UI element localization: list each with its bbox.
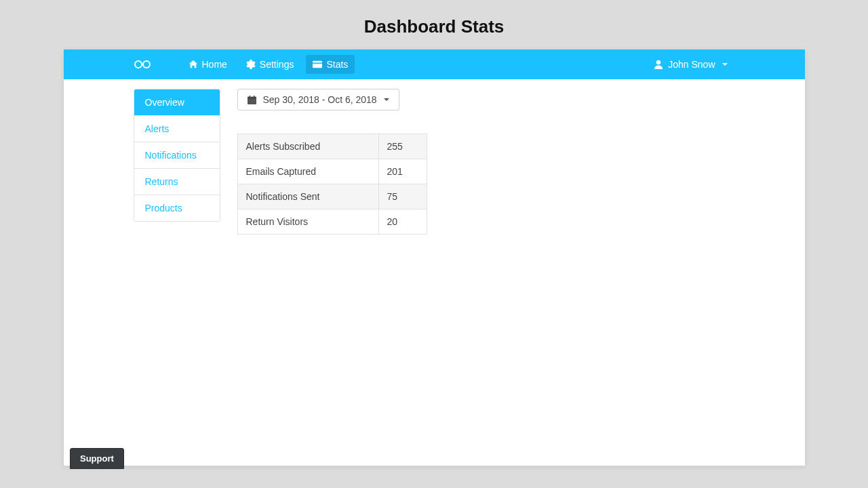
svg-rect-6	[248, 96, 256, 98]
svg-point-0	[135, 61, 142, 68]
nav-links: Home Settings Stats	[182, 55, 355, 74]
nav-home-label: Home	[202, 59, 227, 70]
sidebar-item-label: Returns	[145, 176, 178, 187]
sidebar-item-label: Notifications	[145, 150, 197, 161]
home-icon	[189, 60, 198, 69]
table-row: Emails Captured 201	[237, 159, 427, 184]
date-range-picker[interactable]: Sep 30, 2018 - Oct 6, 2018	[237, 89, 399, 110]
user-icon	[654, 60, 663, 69]
stats-table: Alerts Subscribed 255 Emails Captured 20…	[237, 134, 427, 235]
stat-label: Alerts Subscribed	[237, 134, 378, 159]
nav-stats[interactable]: Stats	[306, 55, 355, 74]
chevron-down-icon	[722, 63, 728, 66]
svg-rect-7	[249, 96, 250, 98]
support-button[interactable]: Support	[70, 448, 124, 469]
navbar: Home Settings Stats John	[64, 49, 805, 79]
user-name: John Snow	[668, 59, 715, 70]
nav-stats-label: Stats	[326, 59, 348, 70]
user-menu[interactable]: John Snow	[648, 55, 734, 74]
table-row: Notifications Sent 75	[237, 184, 427, 209]
content-area: Overview Alerts Notifications Returns Pr…	[64, 79, 805, 466]
gear-icon	[246, 60, 256, 69]
stat-label: Notifications Sent	[237, 184, 378, 209]
main-panel: Sep 30, 2018 - Oct 6, 2018 Alerts Subscr…	[220, 89, 427, 466]
stat-value: 75	[378, 184, 427, 209]
card-icon	[313, 60, 322, 68]
svg-rect-8	[253, 96, 254, 98]
sidebar-item-overview[interactable]: Overview	[134, 89, 220, 116]
nav-settings-label: Settings	[260, 59, 294, 70]
stat-label: Emails Captured	[237, 159, 378, 184]
sidebar-item-label: Products	[145, 203, 182, 214]
sidebar-item-alerts[interactable]: Alerts	[134, 116, 220, 142]
glasses-icon	[134, 60, 151, 69]
sidebar-item-returns[interactable]: Returns	[134, 169, 220, 195]
stat-value: 20	[378, 209, 427, 235]
table-row: Alerts Subscribed 255	[237, 134, 427, 159]
sidebar-item-label: Alerts	[145, 123, 170, 134]
table-row: Return Visitors 20	[237, 209, 427, 235]
page-title: Dashboard Stats	[0, 0, 868, 49]
stat-value: 201	[378, 159, 427, 184]
brand-logo[interactable]	[134, 60, 151, 69]
app-container: Home Settings Stats John	[64, 49, 805, 466]
sidebar-item-products[interactable]: Products	[134, 195, 220, 221]
sidebar: Overview Alerts Notifications Returns Pr…	[134, 89, 220, 222]
calendar-icon	[248, 96, 256, 104]
svg-rect-2	[313, 61, 322, 68]
date-range-label: Sep 30, 2018 - Oct 6, 2018	[263, 94, 377, 105]
svg-point-4	[656, 60, 660, 64]
support-label: Support	[80, 453, 114, 464]
nav-settings[interactable]: Settings	[239, 55, 301, 74]
chevron-down-icon	[384, 98, 389, 101]
svg-point-1	[143, 61, 150, 68]
stat-label: Return Visitors	[237, 209, 378, 235]
nav-home[interactable]: Home	[182, 55, 234, 74]
svg-rect-3	[313, 62, 322, 64]
stat-value: 255	[378, 134, 427, 159]
sidebar-item-label: Overview	[145, 97, 184, 108]
sidebar-item-notifications[interactable]: Notifications	[134, 142, 220, 169]
